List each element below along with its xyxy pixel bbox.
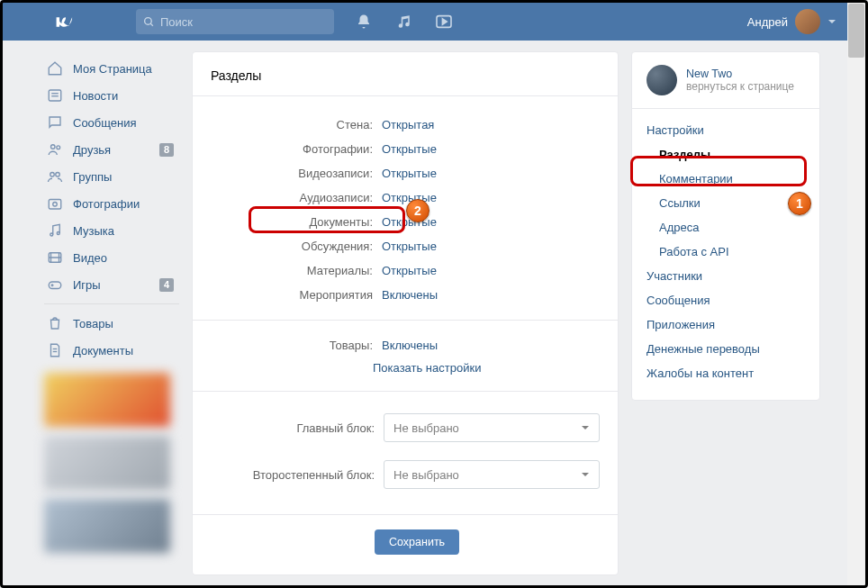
svg-point-6 — [51, 145, 56, 149]
svg-point-11 — [53, 203, 58, 207]
friends-icon — [46, 140, 64, 158]
row-videos: Видеозаписи:Открытые — [193, 161, 618, 185]
docs-icon — [46, 341, 64, 359]
blurred-widget — [44, 436, 170, 490]
svg-line-1 — [150, 23, 153, 26]
blurred-widget — [44, 373, 170, 427]
blurred-widget — [44, 499, 170, 553]
avatar — [795, 9, 820, 34]
row-events: МероприятияВключены — [193, 283, 618, 307]
home-icon — [46, 59, 64, 77]
row-audios: Аудиозаписи:Открытые — [193, 185, 618, 210]
svg-point-12 — [50, 233, 53, 236]
page-title: Разделы — [193, 52, 618, 96]
svg-point-13 — [57, 232, 59, 235]
bell-icon[interactable] — [356, 14, 372, 30]
search-input[interactable]: Поиск — [136, 9, 334, 34]
group-avatar — [646, 65, 677, 95]
games-icon — [46, 276, 64, 294]
music-icon[interactable] — [395, 14, 411, 30]
svg-point-9 — [56, 173, 60, 177]
badge: 4 — [159, 278, 174, 292]
nav-news[interactable]: Новости — [44, 82, 179, 109]
row-photos: Фотографии:Открытые — [193, 137, 618, 161]
rnav-members[interactable]: Участники — [632, 264, 819, 288]
svg-point-7 — [57, 146, 60, 149]
row-docs: Документы:Открытые — [193, 210, 618, 234]
rnav-settings[interactable]: Настройки — [632, 118, 819, 142]
nav-goods[interactable]: Товары — [44, 310, 179, 337]
search-icon — [143, 16, 155, 28]
back-link[interactable]: вернуться к странице — [686, 80, 794, 93]
rnav-comments[interactable]: Комментарии — [632, 167, 819, 191]
scrollbar-thumb[interactable] — [848, 4, 864, 58]
callout-badge-2: 2 — [406, 199, 429, 222]
rnav-api[interactable]: Работа с API — [632, 240, 819, 264]
rnav-addresses[interactable]: Адреса — [632, 215, 819, 240]
main-block-row: Главный блок: Не выбрано — [193, 404, 618, 451]
main-panel: Разделы Стена:Открытая Фотографии:Открыт… — [192, 51, 619, 575]
chevron-down-icon — [581, 423, 590, 432]
group-header[interactable]: New Two вернуться к странице — [632, 65, 819, 108]
group-name: New Two — [686, 68, 794, 80]
badge: 8 — [159, 143, 174, 157]
nav-docs[interactable]: Документы — [44, 337, 179, 364]
rnav-complaints[interactable]: Жалобы на контент — [632, 361, 819, 385]
right-panel: New Two вернуться к странице Настройки Р… — [631, 51, 820, 401]
row-wall: Стена:Открытая — [193, 113, 618, 137]
rnav-messages[interactable]: Сообщения — [632, 288, 819, 312]
search-placeholder: Поиск — [160, 15, 193, 29]
show-settings-link[interactable]: Показать настройки — [193, 357, 618, 391]
video-icon — [46, 249, 64, 267]
svg-rect-3 — [49, 90, 61, 101]
callout-badge-1: 1 — [788, 192, 811, 215]
vk-logo[interactable] — [50, 10, 75, 39]
nav-photos[interactable]: Фотографии — [44, 190, 179, 217]
msg-icon — [46, 113, 64, 131]
svg-point-8 — [50, 173, 55, 177]
music-nav-icon — [46, 222, 64, 240]
username: Андрей — [747, 15, 788, 29]
svg-rect-15 — [49, 282, 61, 289]
groups-icon — [46, 167, 64, 185]
scrollbar[interactable] — [847, 3, 865, 585]
chevron-down-icon — [827, 17, 836, 26]
secondary-block-select[interactable]: Не выбрано — [384, 460, 600, 489]
secondary-block-row: Второстепенный блок: Не выбрано — [193, 451, 618, 498]
svg-rect-10 — [49, 200, 61, 210]
nav-friends[interactable]: Друзья8 — [44, 136, 179, 163]
nav-groups[interactable]: Группы — [44, 163, 179, 190]
news-icon — [46, 86, 64, 104]
main-block-select[interactable]: Не выбрано — [384, 413, 600, 442]
shop-icon — [46, 314, 64, 332]
rnav-sections[interactable]: Разделы — [632, 142, 819, 167]
left-sidebar: Моя Страница Новости Сообщения Друзья8 Г… — [44, 51, 179, 553]
user-menu[interactable]: Андрей — [747, 9, 836, 34]
nav-video[interactable]: Видео — [44, 244, 179, 271]
nav-messages[interactable]: Сообщения — [44, 109, 179, 136]
rnav-money[interactable]: Денежные переводы — [632, 337, 819, 361]
rnav-apps[interactable]: Приложения — [632, 312, 819, 337]
nav-music[interactable]: Музыка — [44, 217, 179, 244]
row-goods: Товары:Включены — [193, 333, 618, 357]
nav-games[interactable]: Игры4 — [44, 271, 179, 298]
save-button[interactable]: Сохранить — [375, 529, 459, 555]
row-discussions: Обсуждения:Открытые — [193, 234, 618, 258]
header-icons — [356, 14, 453, 30]
chevron-down-icon — [581, 470, 590, 479]
svg-point-0 — [145, 17, 152, 24]
photo-icon — [46, 194, 64, 213]
row-materials: Материалы:Открытые — [193, 258, 618, 283]
top-header: Поиск Андрей — [3, 3, 847, 41]
play-icon[interactable] — [435, 14, 453, 29]
nav-my-page[interactable]: Моя Страница — [44, 55, 179, 82]
